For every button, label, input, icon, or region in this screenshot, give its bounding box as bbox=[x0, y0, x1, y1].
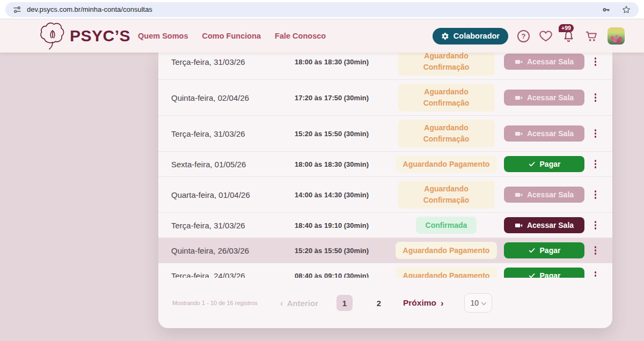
row-menu-button[interactable] bbox=[591, 219, 600, 232]
kebab-menu-icon bbox=[595, 57, 597, 60]
video-camera-icon bbox=[515, 94, 523, 102]
collaborator-button[interactable]: Colaborador bbox=[433, 28, 508, 45]
main-nav: Quem Somos Como Funciona Fale Conosco bbox=[138, 32, 326, 40]
kebab-menu-icon bbox=[595, 221, 597, 223]
kebab-menu-icon bbox=[595, 160, 597, 162]
help-icon: ? bbox=[517, 30, 530, 42]
status-badge: Aguardando Confirmação bbox=[398, 53, 495, 76]
appointment-time: 15:20 às 15:50 (30min) bbox=[295, 247, 389, 255]
next-label: Próximo bbox=[403, 298, 436, 308]
appointment-date: Quarta-feira, 01/04/26 bbox=[171, 190, 295, 199]
pay-button[interactable]: Pagar bbox=[504, 242, 584, 258]
brand-logo[interactable]: PSYC’S bbox=[39, 21, 130, 51]
status-badge: Aguardando Pagamento bbox=[396, 242, 497, 259]
appointment-date: Sexta-feira, 01/05/26 bbox=[171, 160, 295, 169]
next-page-button[interactable]: Próximo › bbox=[403, 298, 444, 308]
row-menu-button[interactable] bbox=[591, 127, 600, 140]
heart-icon bbox=[539, 29, 553, 42]
appointment-date: Terça-feira, 24/03/26 bbox=[171, 271, 295, 278]
kebab-menu-icon bbox=[595, 93, 597, 95]
appointment-row-5[interactable]: Quarta-feira, 01/04/26 14:00 às 14:30 (3… bbox=[158, 177, 612, 213]
appointments-list: Terça-feira, 31/03/26 18:00 às 18:30 (30… bbox=[158, 53, 612, 278]
browser-window: dev.psycs.com.br/minha-conta/consultas bbox=[0, 0, 644, 341]
chevron-down-icon bbox=[481, 300, 487, 305]
row-menu-button[interactable] bbox=[591, 269, 600, 278]
kebab-menu-icon bbox=[595, 246, 597, 248]
key-icon[interactable] bbox=[602, 4, 612, 14]
appointment-row-7[interactable]: Quinta-feira, 26/03/26 15:20 às 15:50 (3… bbox=[158, 238, 612, 263]
status-badge: Aguardando Confirmação bbox=[398, 120, 495, 147]
appointment-time: 08:40 às 09:10 (30min) bbox=[295, 272, 389, 278]
nav-quem-somos[interactable]: Quem Somos bbox=[138, 32, 188, 40]
pagination-controls: ‹ Anterior 1 2 Próximo › 10 bbox=[280, 293, 492, 313]
access-room-button[interactable]: Acessar Sala bbox=[504, 217, 584, 233]
nav-como-funciona[interactable]: Como Funciona bbox=[202, 32, 261, 40]
appointment-time: 17:20 às 17:50 (30min) bbox=[295, 94, 389, 102]
notifications-button[interactable]: +99 bbox=[562, 29, 575, 43]
video-camera-icon bbox=[515, 221, 523, 229]
main-content: Terça-feira, 31/03/26 18:00 às 18:30 (30… bbox=[0, 53, 644, 341]
notification-count-badge: +99 bbox=[559, 24, 574, 33]
chevron-right-icon: › bbox=[441, 299, 444, 308]
results-summary: Mostrando 1 - 10 de 16 registros bbox=[172, 300, 258, 306]
url-bar[interactable]: dev.psycs.com.br/minha-conta/consultas bbox=[5, 2, 639, 17]
status-badge: Confirmada bbox=[416, 217, 477, 234]
previous-label: Anterior bbox=[287, 299, 318, 308]
row-menu-button[interactable] bbox=[591, 55, 600, 68]
status-badge: Aguardando Confirmação bbox=[398, 84, 495, 112]
kebab-menu-icon bbox=[595, 190, 597, 192]
appointment-date: Terça-feira, 31/03/26 bbox=[171, 221, 295, 230]
cart-button[interactable] bbox=[584, 29, 598, 43]
appointment-date: Terça-feira, 31/03/26 bbox=[171, 129, 295, 138]
gear-icon bbox=[441, 32, 449, 40]
appointment-date: Quinta-feira, 02/04/26 bbox=[171, 93, 295, 102]
status-badge: Aguardando Pagamento bbox=[396, 267, 497, 278]
appointment-row-6[interactable]: Terça-feira, 31/03/26 18:40 às 19:10 (30… bbox=[158, 213, 612, 238]
cotton-flower-logo-icon bbox=[39, 21, 67, 51]
row-menu-button[interactable] bbox=[591, 91, 600, 104]
access-room-button[interactable]: Acessar Sala bbox=[504, 54, 584, 70]
access-room-button[interactable]: Acessar Sala bbox=[504, 90, 584, 106]
nav-fale-conosco[interactable]: Fale Conosco bbox=[275, 32, 326, 40]
collaborator-label: Colaborador bbox=[453, 32, 500, 40]
status-badge: Aguardando Confirmação bbox=[398, 181, 495, 209]
video-camera-icon bbox=[515, 58, 523, 66]
appointment-row-2[interactable]: Quinta-feira, 02/04/26 17:20 às 17:50 (3… bbox=[158, 80, 612, 116]
appointments-card: Terça-feira, 31/03/26 18:00 às 18:30 (30… bbox=[158, 53, 612, 328]
browser-chrome: dev.psycs.com.br/minha-conta/consultas bbox=[0, 0, 644, 19]
appointment-time: 18:40 às 19:10 (30min) bbox=[295, 221, 389, 229]
page-button-2[interactable]: 2 bbox=[371, 295, 387, 311]
page-button-1[interactable]: 1 bbox=[336, 295, 353, 311]
appointment-time: 18:00 às 18:30 (30min) bbox=[295, 160, 389, 168]
pagination: Mostrando 1 - 10 de 16 registros ‹ Anter… bbox=[158, 278, 612, 328]
check-icon bbox=[528, 160, 536, 168]
star-icon[interactable] bbox=[621, 5, 631, 14]
row-menu-button[interactable] bbox=[591, 158, 600, 171]
help-button[interactable]: ? bbox=[517, 30, 530, 42]
tune-icon[interactable] bbox=[13, 5, 21, 14]
appointment-row-3[interactable]: Terça-feira, 31/03/26 15:20 às 15:50 (30… bbox=[158, 116, 612, 152]
appointment-row-4[interactable]: Sexta-feira, 01/05/26 18:00 às 18:30 (30… bbox=[158, 152, 612, 177]
page-size-select[interactable]: 10 bbox=[464, 293, 492, 313]
access-room-button[interactable]: Acessar Sala bbox=[504, 125, 584, 142]
appointment-time: 14:00 às 14:30 (30min) bbox=[295, 191, 389, 199]
brand-name: PSYC’S bbox=[70, 27, 130, 45]
appointment-date: Terça-feira, 31/03/26 bbox=[171, 57, 295, 66]
row-menu-button[interactable] bbox=[591, 244, 600, 257]
video-camera-icon bbox=[515, 130, 523, 138]
pay-button[interactable]: Pagar bbox=[504, 156, 584, 172]
kebab-menu-icon bbox=[595, 129, 597, 131]
row-menu-button[interactable] bbox=[591, 188, 600, 201]
user-avatar[interactable] bbox=[608, 27, 625, 45]
access-room-button[interactable]: Acessar Sala bbox=[504, 187, 584, 203]
video-camera-icon bbox=[515, 191, 523, 199]
check-icon bbox=[528, 272, 536, 278]
chevron-left-icon: ‹ bbox=[280, 299, 283, 308]
kebab-menu-icon bbox=[595, 271, 597, 273]
favorites-button[interactable] bbox=[539, 29, 553, 42]
pay-button[interactable]: Pagar bbox=[504, 268, 584, 278]
appointment-row-8[interactable]: Terça-feira, 24/03/26 08:40 às 09:10 (30… bbox=[158, 263, 612, 278]
appointment-row-1[interactable]: Terça-feira, 31/03/26 18:00 às 18:30 (30… bbox=[158, 53, 612, 80]
previous-page-button[interactable]: ‹ Anterior bbox=[280, 299, 318, 308]
check-icon bbox=[528, 247, 536, 254]
